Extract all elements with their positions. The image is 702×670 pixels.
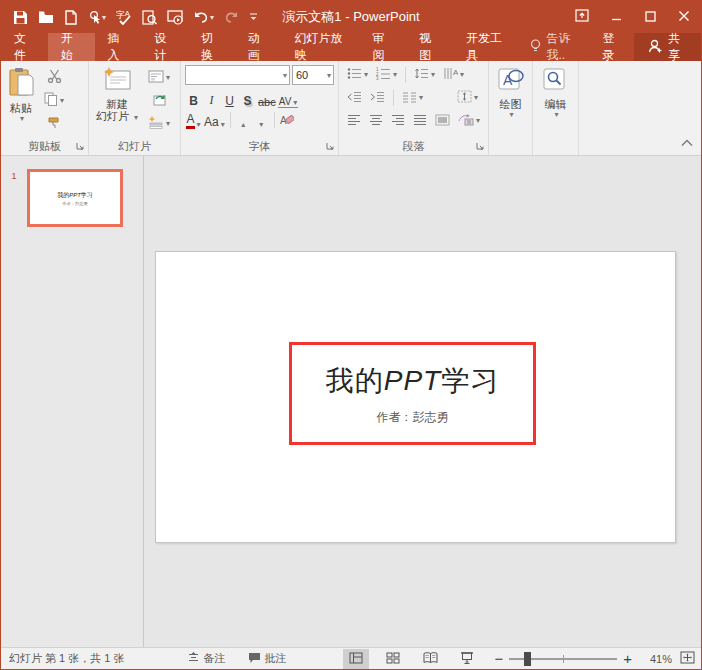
tab-animations[interactable]: 动画: [235, 33, 282, 61]
align-left-button[interactable]: [344, 110, 364, 131]
comments-button[interactable]: 批注: [248, 651, 287, 666]
zoom-percentage[interactable]: 41%: [638, 653, 672, 665]
convert-to-smartart-button[interactable]: ▾: [455, 110, 483, 131]
line-spacing-button[interactable]: ▾: [411, 64, 438, 85]
align-center-button[interactable]: [366, 110, 386, 131]
slide-thumbnail[interactable]: 我的PPT学习 作者：彭志勇: [27, 169, 123, 227]
change-case-button[interactable]: Aa▾: [203, 110, 226, 129]
format-painter-button[interactable]: [41, 113, 67, 134]
paste-button[interactable]: 粘贴 ▾: [3, 63, 39, 138]
new-slide-button[interactable]: 新建 幻灯片 ▾: [91, 63, 143, 138]
drawing-button[interactable]: A 绘图 ▾: [492, 63, 530, 138]
slide-subtitle[interactable]: 作者：彭志勇: [377, 409, 449, 426]
bold-button[interactable]: B: [185, 89, 202, 108]
paragraph-dialog-launcher[interactable]: [476, 140, 484, 152]
tab-file[interactable]: 文件: [1, 33, 48, 61]
slide-title[interactable]: 我的PPT学习: [326, 362, 499, 400]
decrease-indent-button[interactable]: [344, 87, 365, 108]
increase-indent-button[interactable]: [367, 87, 388, 108]
powerpoint-window: ▾ 字A ▾ 演示文稿1 - PowerPoint: [0, 0, 702, 670]
slides-group: 新建 幻灯片 ▾ ▾ ▾: [89, 61, 181, 155]
new-file-button[interactable]: [61, 4, 81, 30]
close-icon: [678, 8, 690, 26]
font-name-input[interactable]: [186, 66, 281, 84]
distribute-text-button[interactable]: [432, 110, 453, 131]
view-switcher: [343, 649, 480, 669]
numbering-button[interactable]: 123 ▾: [373, 64, 400, 85]
section-button[interactable]: ▾: [145, 113, 173, 134]
title-annotation-box[interactable]: 我的PPT学习 作者：彭志勇: [289, 342, 536, 445]
tell-me-box[interactable]: 告诉我..: [520, 33, 592, 61]
quick-access-toolbar: ▾ 字A ▾: [1, 4, 262, 30]
notes-button[interactable]: 备注: [187, 651, 226, 666]
sign-in-button[interactable]: 登录: [593, 33, 634, 61]
font-size-input[interactable]: [293, 66, 325, 84]
dropdown-caret-icon: ▾: [60, 96, 64, 105]
reading-view-button[interactable]: [417, 649, 443, 669]
minimize-icon: [611, 8, 622, 26]
start-slideshow-button[interactable]: [163, 4, 187, 30]
zoom-slider-handle[interactable]: [524, 652, 531, 666]
columns-button[interactable]: ▾: [399, 87, 426, 108]
spelling-button[interactable]: 字A: [112, 4, 136, 30]
slideshow-view-button[interactable]: [454, 649, 480, 669]
slide-thumbnail-panel: 1 我的PPT学习 作者：彭志勇: [1, 156, 144, 647]
tab-slideshow[interactable]: 幻灯片放映: [282, 33, 360, 61]
slideshow-icon: [167, 10, 183, 25]
tab-developer[interactable]: 开发工具: [453, 33, 521, 61]
clipboard-dialog-launcher[interactable]: [76, 140, 84, 152]
minimize-button[interactable]: [599, 1, 633, 33]
slide-sorter-view-button[interactable]: [380, 649, 406, 669]
bullets-button[interactable]: ▾: [344, 64, 371, 85]
redo-button[interactable]: [220, 4, 243, 30]
clear-formatting-button[interactable]: A: [279, 110, 296, 129]
font-dialog-launcher[interactable]: [326, 140, 334, 152]
section-icon: [148, 115, 164, 133]
justify-button[interactable]: [410, 110, 430, 131]
reset-slide-button[interactable]: [145, 90, 173, 111]
share-button[interactable]: 共享: [634, 33, 701, 61]
copy-button[interactable]: ▾: [41, 90, 67, 111]
editing-button[interactable]: 编辑 ▾: [537, 63, 575, 138]
underline-button[interactable]: U: [221, 89, 238, 108]
slide-canvas[interactable]: 我的PPT学习 作者：彭志勇: [155, 251, 676, 543]
dropdown-caret-icon: ▾: [419, 93, 423, 102]
close-button[interactable]: [667, 1, 701, 33]
open-button[interactable]: [34, 4, 59, 30]
zoom-out-button[interactable]: −: [494, 654, 503, 664]
text-shadow-button[interactable]: S: [239, 89, 256, 108]
align-right-button[interactable]: [388, 110, 408, 131]
text-direction-button[interactable]: A ▾: [440, 64, 467, 85]
tab-view[interactable]: 视图: [406, 33, 453, 61]
increase-font-size-button[interactable]: ▴: [235, 110, 252, 129]
font-color-button[interactable]: A▾: [185, 110, 202, 129]
tell-me-label: 告诉我..: [546, 30, 582, 64]
tab-design[interactable]: 设计: [141, 33, 188, 61]
strikethrough-button[interactable]: abc: [257, 89, 277, 108]
maximize-button[interactable]: [633, 1, 667, 33]
decrease-indent-icon: [347, 89, 362, 107]
customize-qat-button[interactable]: [245, 4, 262, 30]
ribbon-display-options-button[interactable]: [565, 1, 599, 33]
save-button[interactable]: [9, 4, 32, 30]
slide-layout-button[interactable]: ▾: [145, 67, 173, 88]
decrease-font-size-button[interactable]: ▾: [253, 110, 270, 129]
fit-slide-to-window-button[interactable]: [680, 651, 695, 666]
italic-button[interactable]: I: [203, 89, 220, 108]
font-size-combo[interactable]: ▾: [292, 65, 334, 85]
tab-review[interactable]: 审阅: [359, 33, 406, 61]
align-text-button[interactable]: ▾: [454, 87, 481, 108]
tab-home[interactable]: 开始: [48, 33, 95, 61]
tab-transitions[interactable]: 切换: [188, 33, 235, 61]
cut-button[interactable]: [41, 67, 67, 88]
print-preview-button[interactable]: [138, 4, 161, 30]
zoom-slider[interactable]: [509, 658, 617, 660]
zoom-in-button[interactable]: +: [623, 654, 632, 664]
normal-view-button[interactable]: [343, 649, 369, 669]
font-name-combo[interactable]: ▾: [185, 65, 290, 85]
character-spacing-button[interactable]: AV▾: [278, 89, 299, 108]
touch-mouse-mode-button[interactable]: ▾: [83, 4, 110, 30]
undo-button[interactable]: ▾: [189, 4, 218, 30]
collapse-ribbon-button[interactable]: [681, 133, 693, 151]
tab-insert[interactable]: 插入: [95, 33, 142, 61]
